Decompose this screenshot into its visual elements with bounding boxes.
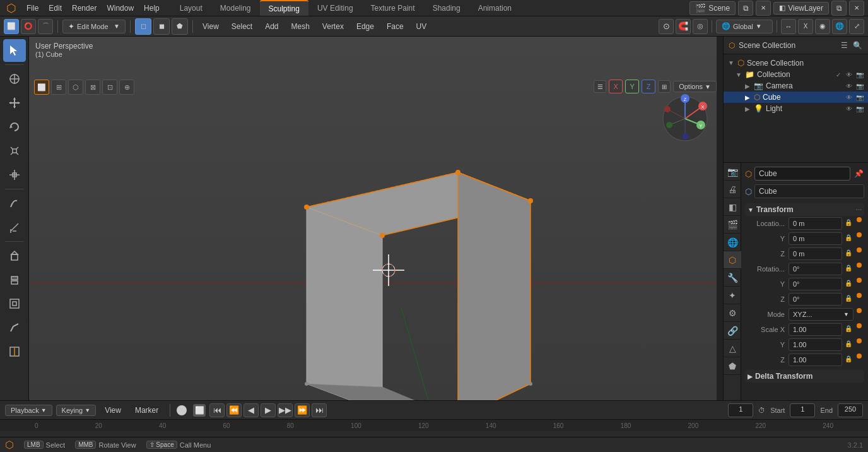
prop-location-z[interactable]: 0 m xyxy=(789,247,842,260)
snap-btn[interactable]: 🧲 xyxy=(676,19,691,34)
timeline-ruler[interactable]: 0 20 40 60 80 100 120 140 160 180 200 22… xyxy=(0,420,868,431)
tab-uv-editing[interactable]: UV Editing xyxy=(308,0,362,16)
viewport[interactable]: User Perspective (1) Cube ⬜ ⊞ ⬡ ⊠ ⊡ ⊕ ☰ … xyxy=(29,37,723,400)
menu-window[interactable]: Window xyxy=(102,3,139,14)
prop-keyframe-location-y[interactable] xyxy=(857,232,862,237)
current-frame-input[interactable]: 1 xyxy=(728,403,753,417)
tree-action-light-cam[interactable]: 📷 xyxy=(855,104,864,113)
prop-tab-view-layer[interactable]: ◧ xyxy=(724,198,741,216)
tab-shading[interactable]: Shading xyxy=(424,0,469,16)
scene-close-btn[interactable]: ✕ xyxy=(756,1,771,16)
xray-btn[interactable]: X xyxy=(798,19,813,34)
mode-dropdown[interactable]: ✦ Edit Mode ▼ xyxy=(62,20,126,33)
select-all-icon[interactable]: ⊠ xyxy=(85,80,100,95)
prop-location-y[interactable]: 0 m xyxy=(789,232,842,245)
tool-extrude[interactable] xyxy=(3,268,26,291)
tree-action-camera-cam[interactable]: 📷 xyxy=(855,81,864,90)
tool-annotate[interactable] xyxy=(3,192,26,215)
prop-rotation-x[interactable]: 0° xyxy=(789,263,842,275)
prop-tab-particles[interactable]: ✦ xyxy=(724,287,741,304)
prop-keyframe-location-z[interactable] xyxy=(857,247,862,253)
play-btn-main[interactable]: ▶ xyxy=(261,403,276,417)
tool-move[interactable] xyxy=(3,92,26,114)
header-select[interactable]: Select xyxy=(226,20,257,33)
header-edge[interactable]: Edge xyxy=(351,20,379,33)
select-lasso-btn[interactable]: ⌒ xyxy=(38,19,53,34)
select-box-btn[interactable]: ⬜ xyxy=(4,19,19,34)
header-add[interactable]: Add xyxy=(260,20,283,33)
tool-scale[interactable] xyxy=(3,140,26,162)
prop-tab-object[interactable]: ⬡ xyxy=(724,251,741,269)
tree-item-cube[interactable]: ▶ ⬡ Cube 👁 📷 xyxy=(724,92,868,103)
transform-orientation-dropdown[interactable]: 🌐 Global ▼ xyxy=(716,20,773,33)
tool-select[interactable] xyxy=(3,39,26,62)
tree-expand-scene[interactable]: ▼ xyxy=(727,59,735,67)
view-layer-copy-btn[interactable]: ⧉ xyxy=(831,1,847,16)
fullscreen-btn[interactable]: ⤢ xyxy=(849,19,864,34)
tree-action-cube-eye[interactable]: 👁 xyxy=(845,93,853,102)
prop-keyframe-rotation-x[interactable] xyxy=(857,263,862,268)
prop-tab-material[interactable]: ⬟ xyxy=(724,357,741,375)
menu-render[interactable]: Render xyxy=(67,3,102,14)
prop-keyframe-scale-z[interactable] xyxy=(857,354,862,359)
frame-back-btn[interactable]: ◀ xyxy=(243,403,259,417)
select-lasso-icon[interactable]: ⬡ xyxy=(68,80,83,95)
transform-pivot-btn[interactable]: ◎ xyxy=(693,19,708,34)
tool-rotate[interactable] xyxy=(3,116,26,138)
select-circle-btn[interactable]: ⭕ xyxy=(21,19,36,34)
tree-expand-light[interactable]: ▶ xyxy=(744,105,751,112)
header-mesh[interactable]: Mesh xyxy=(286,20,315,33)
prop-lock-rotation-y[interactable]: 🔒 xyxy=(843,278,853,288)
tree-action-cube-cam[interactable]: 📷 xyxy=(855,93,864,102)
scene-selector[interactable]: 🎬 Scene xyxy=(689,1,736,15)
view-layer-selector[interactable]: ◧ ViewLayer xyxy=(773,2,829,15)
keying-btn[interactable]: Keying ▼ xyxy=(56,405,97,416)
select-box-icon[interactable]: ⬜ xyxy=(34,80,49,95)
prop-section-delta-header[interactable]: ▶ Delta Transform xyxy=(745,370,864,383)
prop-tab-render[interactable]: 📷 xyxy=(724,163,741,181)
tool-loop-cut[interactable] xyxy=(3,340,26,363)
tool-cursor[interactable] xyxy=(3,68,26,90)
jump-start-btn[interactable]: ⏮ xyxy=(209,403,225,417)
shading-wireframe-btn[interactable]: ◻ xyxy=(135,18,151,35)
prop-rotation-y[interactable]: 0° xyxy=(789,278,842,290)
tab-modeling[interactable]: Modeling xyxy=(211,0,260,16)
prop-keyframe-rotation-y[interactable] xyxy=(857,278,862,283)
axes-filter-btn[interactable]: ⊞ xyxy=(658,80,671,93)
outliner-search-icon[interactable]: 🔍 xyxy=(852,40,863,51)
frame-fwd-btn[interactable]: ▶▶ xyxy=(278,403,293,417)
prop-tab-data[interactable]: △ xyxy=(724,340,741,357)
tab-animation[interactable]: Animation xyxy=(469,0,520,16)
menu-edit[interactable]: Edit xyxy=(44,3,67,14)
tool-bevel[interactable] xyxy=(3,316,26,339)
tree-action-light-eye[interactable]: 👁 xyxy=(845,104,853,113)
tool-transform[interactable] xyxy=(3,164,26,186)
jump-next-btn[interactable]: ⏩ xyxy=(295,403,310,417)
jump-prev-btn[interactable]: ⏪ xyxy=(226,403,242,417)
prop-data-name-input[interactable]: Cube xyxy=(754,184,864,198)
prop-rotation-z[interactable]: 0° xyxy=(789,293,842,306)
scene-copy-btn[interactable]: ⧉ xyxy=(738,1,753,16)
prop-tab-world[interactable]: 🌐 xyxy=(724,234,741,251)
tree-action-eye[interactable]: 👁 xyxy=(845,70,853,79)
prop-lock-scale-x[interactable]: 🔒 xyxy=(843,323,853,333)
select-icon-filter[interactable]: ☰ xyxy=(594,80,606,93)
select-circle-icon[interactable]: ⊞ xyxy=(51,80,66,95)
prop-tab-physics[interactable]: ⚙ xyxy=(724,304,741,322)
timeline-view[interactable]: View xyxy=(100,403,126,417)
header-view[interactable]: View xyxy=(197,20,224,33)
viewport-shading-mode-btn[interactable]: 🌐 xyxy=(832,19,847,34)
prop-lock-location-x[interactable]: 🔒 xyxy=(843,217,853,227)
outliner-filter-icon[interactable]: ☰ xyxy=(838,40,850,51)
prop-lock-location-y[interactable]: 🔒 xyxy=(843,232,853,242)
prop-keyframe-mode[interactable] xyxy=(857,308,862,313)
tree-expand-collection[interactable]: ▼ xyxy=(735,71,742,78)
tab-texture-paint[interactable]: Texture Paint xyxy=(362,0,424,16)
view-layer-close-btn[interactable]: ✕ xyxy=(849,1,864,16)
shading-material-btn[interactable]: ⬟ xyxy=(172,18,188,35)
prop-lock-scale-y[interactable]: 🔒 xyxy=(843,338,853,348)
jump-end-btn[interactable]: ⏭ xyxy=(312,403,327,417)
tree-expand-camera[interactable]: ▶ xyxy=(744,82,751,90)
end-frame-input[interactable]: 250 xyxy=(838,403,863,417)
tool-add-cube[interactable] xyxy=(3,244,26,267)
